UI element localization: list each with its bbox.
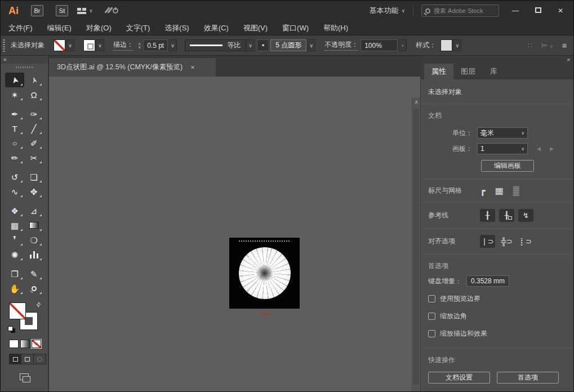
previous-artboard-icon[interactable]: ◀ bbox=[537, 146, 541, 152]
canvas[interactable]: ∧ bbox=[49, 77, 420, 391]
menu-window[interactable]: 窗口(W) bbox=[282, 23, 309, 33]
edit-artboards-button[interactable]: 编辑画板 bbox=[481, 160, 534, 172]
document-setup-button[interactable]: 文档设置 bbox=[428, 372, 490, 384]
line-segment-tool[interactable]: ╱ bbox=[24, 121, 43, 136]
fill-color-swatch[interactable] bbox=[54, 39, 65, 51]
scrollbar-thumb[interactable] bbox=[413, 109, 419, 385]
bridge-button[interactable]: Br bbox=[31, 5, 43, 16]
use-preview-bounds-checkbox[interactable] bbox=[428, 295, 435, 302]
type-tool[interactable]: T bbox=[5, 121, 24, 136]
stroke-color-swatch[interactable] bbox=[83, 39, 95, 51]
fill-indicator-swatch[interactable] bbox=[9, 302, 26, 319]
mesh-tool[interactable]: ▦ bbox=[5, 218, 24, 233]
direct-selection-tool[interactable]: ➢ bbox=[24, 73, 43, 87]
menu-file[interactable]: 文件(F) bbox=[8, 23, 33, 33]
opacity-label[interactable]: 不透明度： bbox=[324, 40, 358, 51]
draw-inside-button[interactable] bbox=[34, 354, 46, 364]
stroke-weight-label[interactable]: 描边： bbox=[113, 40, 134, 51]
brush-preview[interactable]: • bbox=[257, 39, 269, 51]
search-box[interactable] bbox=[421, 5, 499, 17]
free-transform-tool[interactable]: ✥ bbox=[24, 184, 43, 199]
color-button[interactable] bbox=[9, 340, 19, 348]
menu-view[interactable]: 视图(V) bbox=[243, 23, 268, 33]
scissors-tool[interactable]: ✂ bbox=[24, 150, 43, 165]
paintbrush-tool[interactable]: ✐ bbox=[24, 136, 43, 150]
unit-select[interactable]: 毫米 ∨ bbox=[477, 127, 528, 139]
maximize-button[interactable] bbox=[532, 7, 544, 15]
shape-builder-tool[interactable]: ❖ bbox=[5, 203, 24, 218]
scroll-up-icon[interactable]: ∧ bbox=[412, 97, 420, 105]
default-fill-stroke-icon[interactable] bbox=[8, 326, 15, 333]
curvature-tool[interactable]: ✑ bbox=[24, 106, 43, 121]
panel-collapse-button[interactable]: » bbox=[421, 56, 574, 64]
artboard-select[interactable]: 1 ∨ bbox=[477, 143, 528, 154]
stroke-profile-dropdown[interactable]: ∨ bbox=[246, 39, 255, 51]
rulers-icon[interactable]: ┏ bbox=[480, 185, 486, 196]
opacity-expand-button[interactable]: › bbox=[398, 39, 407, 51]
tab-layers[interactable]: 图层 bbox=[453, 64, 483, 79]
keyboard-increment-value[interactable]: 0.3528 mm bbox=[466, 275, 509, 287]
opacity-value[interactable]: 100% bbox=[361, 39, 398, 51]
stroke-weight-stepper[interactable]: ∧ ∨ bbox=[138, 42, 141, 49]
symbol-sprayer-tool[interactable]: ✺ bbox=[5, 247, 24, 262]
none-button[interactable] bbox=[32, 340, 41, 348]
panel-grip[interactable] bbox=[3, 39, 5, 52]
stroke-profile-select[interactable]: 等比 bbox=[185, 39, 246, 51]
zoom-tool[interactable] bbox=[24, 281, 43, 296]
control-panel-menu-icon[interactable]: ≡ bbox=[562, 41, 567, 50]
artboard-tool[interactable]: ❐ bbox=[5, 266, 24, 281]
grid-icon[interactable]: ▦ bbox=[495, 185, 504, 196]
width-tool[interactable]: ∿ bbox=[5, 184, 24, 199]
column-graph-tool[interactable] bbox=[24, 247, 43, 262]
use-preview-bounds-row[interactable]: 使用预览边界 bbox=[421, 290, 574, 308]
spiral-artwork[interactable] bbox=[239, 247, 291, 299]
style-dropdown[interactable]: ∨ bbox=[453, 39, 461, 51]
swap-fill-stroke-icon[interactable]: ⇄ bbox=[34, 301, 42, 309]
magic-wand-tool[interactable]: ✶ bbox=[5, 87, 24, 102]
shaper-tool[interactable]: ✏ bbox=[5, 150, 24, 165]
snap-to-pixel-icon[interactable]: ⡇⊃ bbox=[518, 235, 533, 248]
draw-behind-button[interactable] bbox=[21, 354, 34, 364]
brush-select[interactable]: 5 点圆形 bbox=[270, 39, 306, 51]
workspace-switcher[interactable]: 基本功能 ∨ bbox=[369, 6, 405, 16]
style-swatch[interactable] bbox=[440, 39, 452, 51]
next-artboard-icon[interactable]: ▶ bbox=[550, 146, 554, 152]
gradient-button[interactable] bbox=[20, 340, 30, 348]
scale-strokes-effects-checkbox[interactable] bbox=[428, 330, 435, 337]
close-button[interactable]: ✕ bbox=[554, 7, 567, 15]
stroke-color-dropdown[interactable]: ∨ bbox=[96, 39, 104, 51]
snap-to-point-icon[interactable]: ❘⊃ bbox=[480, 235, 495, 248]
smart-guides-icon[interactable]: ↯ bbox=[518, 209, 533, 222]
pen-tool[interactable]: ✒ bbox=[5, 106, 24, 121]
selection-tool[interactable]: ➤ bbox=[5, 73, 24, 87]
align-dropdown-icon[interactable]: ⊨ ∨ bbox=[541, 41, 553, 50]
menu-help[interactable]: 帮助(H) bbox=[323, 23, 348, 33]
scale-corners-checkbox[interactable] bbox=[428, 313, 435, 320]
tab-libraries[interactable]: 库 bbox=[483, 64, 505, 79]
toolbar-collapse-button[interactable]: « bbox=[1, 56, 48, 64]
slice-tool[interactable]: ✎ bbox=[24, 266, 43, 281]
preferences-button[interactable]: 首选项 bbox=[497, 372, 559, 384]
toolbar-grip[interactable] bbox=[16, 66, 33, 68]
guides-icon[interactable]: ╂ bbox=[480, 209, 495, 222]
lock-guides-icon[interactable]: ╂ bbox=[499, 209, 514, 222]
stroke-weight-dropdown[interactable]: ∨ bbox=[168, 39, 177, 51]
menu-select[interactable]: 选择(S) bbox=[164, 23, 189, 33]
snap-to-grid-icon[interactable]: ╬⊃ bbox=[499, 235, 514, 248]
brush-dropdown[interactable]: ∨ bbox=[307, 39, 315, 51]
hand-tool[interactable]: ✋ bbox=[5, 281, 24, 296]
stroke-weight-value[interactable]: 0.5 pt bbox=[143, 39, 168, 51]
blend-tool[interactable]: ❍ bbox=[24, 233, 43, 247]
tab-properties[interactable]: 属性 bbox=[424, 64, 453, 79]
artboard[interactable] bbox=[229, 238, 300, 309]
scale-tool[interactable]: ❏ bbox=[24, 170, 43, 184]
arrange-icon[interactable]: ∷ bbox=[528, 41, 532, 50]
gpu-performance-icon[interactable] bbox=[105, 6, 119, 15]
stepper-down-icon[interactable]: ∨ bbox=[138, 46, 141, 49]
document-tab[interactable]: 3D点状图.ai @ 12.5% (CMYK/像素预览) × bbox=[49, 58, 216, 77]
gradient-tool[interactable] bbox=[24, 218, 43, 233]
arrange-documents-button[interactable]: ∨ bbox=[77, 8, 93, 14]
menu-object[interactable]: 对象(O) bbox=[86, 23, 112, 33]
perspective-grid-tool[interactable]: ⊿ bbox=[24, 203, 43, 218]
fill-color-dropdown[interactable]: ∨ bbox=[66, 39, 74, 51]
